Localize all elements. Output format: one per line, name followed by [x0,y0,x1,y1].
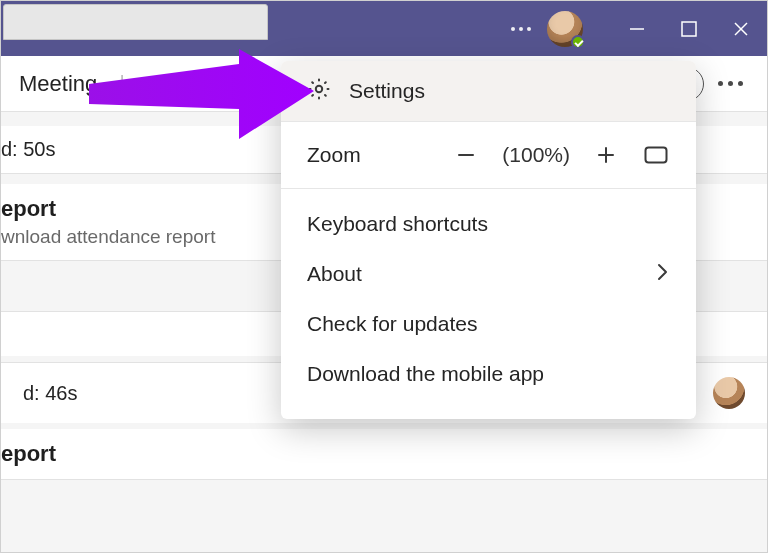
zoom-value: (100%) [502,143,570,167]
settings-menu: Settings Zoom (100%) Keyboard shortcuts … [281,61,696,419]
menu-item-about[interactable]: About [281,249,696,299]
page-title: Meeting [19,71,97,97]
menu-item-settings[interactable]: Settings [281,61,696,121]
menu-item-label: Download the mobile app [307,362,544,386]
participant-avatar[interactable] [713,377,745,409]
menu-item-label: Settings [349,79,425,103]
gear-icon [307,77,331,106]
header-separator: | [119,71,125,97]
menu-item-keyboard-shortcuts[interactable]: Keyboard shortcuts [281,199,696,249]
avatar[interactable] [547,11,583,47]
maximize-button[interactable] [663,1,715,56]
menu-item-check-updates[interactable]: Check for updates [281,299,696,349]
chevron-right-icon [656,262,670,287]
menu-item-label: About [307,262,362,286]
presence-badge-available [571,35,585,49]
menu-zoom-row: Zoom (100%) [281,122,696,188]
meeting-duration-2: d: 46s [23,382,77,405]
menu-item-label: Keyboard shortcuts [307,212,488,236]
svg-rect-10 [646,148,667,163]
close-button[interactable] [715,1,767,56]
menu-item-download-mobile[interactable]: Download the mobile app [281,349,696,399]
zoom-out-button[interactable] [452,141,480,169]
more-icon[interactable] [718,81,749,86]
titlebar [1,1,767,56]
zoom-label: Zoom [307,143,361,167]
titlebar-more-icon[interactable] [495,27,547,31]
minimize-button[interactable] [611,1,663,56]
fullscreen-icon[interactable] [642,141,670,169]
titlebar-tab[interactable] [3,4,268,40]
svg-rect-1 [682,22,696,36]
menu-item-label: Check for updates [307,312,477,336]
zoom-in-button[interactable] [592,141,620,169]
svg-point-6 [316,85,322,91]
report-title-2: eport [1,441,749,467]
